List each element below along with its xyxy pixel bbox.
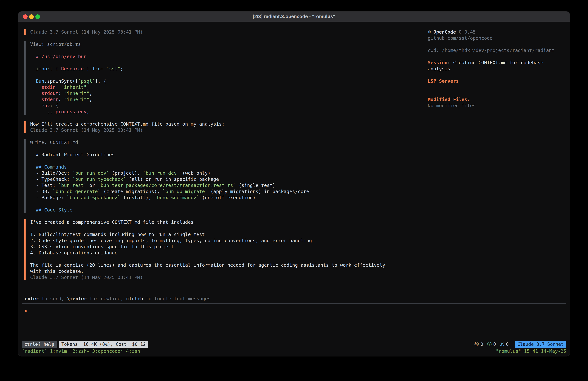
text-line [36, 158, 394, 164]
text-segment: (all) or run in specific package [126, 177, 219, 182]
text-segment: stderr [42, 97, 58, 102]
assistant-message-block: I've created a comprehensive CONTEXT.md … [24, 219, 394, 280]
text-segment: . [75, 109, 78, 114]
text-segment: to send, [39, 296, 67, 301]
text-segment: #!/usr/bin/env bun [36, 54, 86, 59]
fullscreen-button[interactable] [35, 14, 40, 19]
text-segment: (project), [109, 170, 143, 176]
text-line: Session: Creating CONTEXT.md for codebas… [428, 60, 563, 72]
text-segment: Claude 3.7 Sonnet (14 May 2025 03:41 PM) [30, 127, 143, 133]
text-line: 2. Code style guidelines covering import… [30, 238, 394, 244]
text-segment: for newline, [87, 296, 126, 301]
text-segment: LSP Servers [428, 78, 459, 84]
text-segment: { [53, 66, 61, 71]
tool-title: Write: CONTEXT.md [30, 139, 394, 145]
text-line: - Test: `bun test` or `bun test packages… [36, 182, 394, 188]
text-line [36, 60, 394, 66]
text-segment: from [92, 66, 104, 71]
text-segment: `bun test` [58, 183, 87, 188]
minimize-button[interactable] [29, 14, 34, 19]
text-line: ## Code Style [36, 207, 394, 213]
warnings-count: 0 [481, 341, 483, 347]
terminal-content: Claude 3.7 Sonnet (14 May 2025 03:41 PM)… [18, 22, 570, 356]
text-line: No modified files [428, 103, 563, 109]
keybind-help: enter to send, \+enter for newline, ctrl… [18, 296, 570, 302]
warnings-icon: Ⓦ [474, 341, 479, 347]
chat-messages: Claude 3.7 Sonnet (14 May 2025 03:41 PM)… [24, 29, 394, 296]
info-count: 0 [493, 341, 496, 347]
tool-output: #!/usr/bin/env bunimport { Resource } fr… [30, 47, 394, 115]
help-chip[interactable]: ctrl+? help [22, 341, 57, 348]
text-segment: `bun run dev` [72, 170, 109, 176]
text-segment: "inherit" [61, 85, 86, 90]
hints-icon: ⓗ [500, 341, 504, 347]
text-segment: Modified Files: [428, 97, 470, 102]
close-button[interactable] [23, 14, 28, 19]
text-segment [36, 85, 42, 90]
text-segment: , [86, 109, 89, 114]
titlebar[interactable]: [2/3] radiant:3:opencode - "romulus" [18, 11, 570, 22]
text-segment [36, 103, 42, 108]
text-segment: ## Code Style [36, 207, 72, 213]
text-segment: - TypeCheck: [36, 177, 72, 182]
text-segment: } [84, 66, 92, 71]
text-line: stdout: "inherit", [36, 90, 394, 96]
text-line: ## Commands [36, 164, 394, 170]
text-segment: cwd: /home/thdxr/dev/projects/radiant/ra… [428, 48, 555, 53]
text-line [30, 256, 394, 262]
text-segment: (create migrations), [101, 189, 163, 194]
text-segment: `bun db generate` [53, 189, 101, 194]
tmux-window-list[interactable]: [radiant] 1:nvim 2:zsh- 3:opencode* 4:zs… [22, 348, 140, 354]
text-line: cwd: /home/thdxr/dev/projects/radiant/ra… [428, 47, 563, 53]
tool-call-block: Write: CONTEXT.md# Radiant Project Guide… [24, 139, 394, 213]
text-segment: env [78, 109, 86, 114]
assistant-message-block: Claude 3.7 Sonnet (14 May 2025 03:41 PM) [24, 29, 394, 35]
text-line: © OpenCode 0.0.45 [428, 29, 563, 35]
text-segment: `bun db migrate` [163, 189, 208, 194]
text-segment: ; [120, 66, 123, 71]
text-segment: Claude 3.7 Sonnet (14 May 2025 03:41 PM) [30, 275, 143, 280]
text-line: Claude 3.7 Sonnet (14 May 2025 03:41 PM) [30, 127, 394, 133]
diagnostics: Ⓦ0ⓘ0ⓗ0 [474, 341, 509, 347]
text-line [36, 145, 394, 152]
text-segment: \+enter [67, 296, 87, 301]
text-segment: (web only) [179, 170, 210, 176]
hints-diagnostic: ⓗ0 [500, 341, 509, 347]
text-segment: import [36, 66, 53, 71]
text-line [36, 47, 394, 53]
text-segment: , [89, 97, 92, 102]
text-line: 3. CSS styling conventions specific to t… [30, 244, 394, 250]
model-chip[interactable]: Claude 3.7 Sonnet [515, 341, 566, 348]
text-segment: `bunx <command>` [154, 195, 199, 200]
text-segment: `bun run typecheck` [72, 177, 126, 182]
text-segment: ... [36, 109, 56, 114]
message-input[interactable]: > [18, 304, 570, 341]
text-line: enter to send, \+enter for newline, ctrl… [25, 296, 563, 302]
text-segment: (single test) [236, 183, 275, 188]
text-segment: , [86, 85, 89, 90]
text-segment: , [89, 90, 92, 96]
tool-output: # Radiant Project Guidelines## Commands-… [30, 145, 394, 213]
text-line: # Radiant Project Guidelines [36, 152, 394, 158]
text-segment: (install), [120, 195, 154, 200]
text-segment: Session: [428, 60, 450, 65]
text-line: I've created a comprehensive CONTEXT.md … [30, 219, 394, 225]
status-bar: ctrl+? help Tokens: 16.4K (8%), Cost: $0… [18, 341, 570, 348]
tmux-status-bar: [radiant] 1:nvim 2:zsh- 3:opencode* 4:zs… [18, 348, 570, 354]
warnings-diagnostic: Ⓦ0 [474, 341, 483, 347]
text-line [428, 41, 563, 47]
text-segment: # Radiant Project Guidelines [36, 152, 115, 157]
tool-call-block: View: script/db.ts#!/usr/bin/env bunimpo… [24, 41, 394, 115]
text-line: - Package: `bun add <package>` (install)… [36, 195, 394, 201]
text-segment: : [58, 97, 64, 102]
text-segment: (apply migrations) in packages/core [208, 189, 309, 194]
assistant-message-block: Now I'll create a comprehensive CONTEXT.… [24, 121, 394, 133]
text-line: import { Resource } from "sst"; [36, 66, 394, 72]
info-icon: ⓘ [487, 341, 492, 347]
text-line: #!/usr/bin/env bun [36, 53, 394, 60]
text-segment: Bun [36, 78, 44, 84]
text-segment: "inherit" [64, 97, 89, 102]
text-line: LSP Servers [428, 78, 563, 84]
text-line [428, 84, 563, 90]
prompt-symbol: > [24, 308, 27, 314]
